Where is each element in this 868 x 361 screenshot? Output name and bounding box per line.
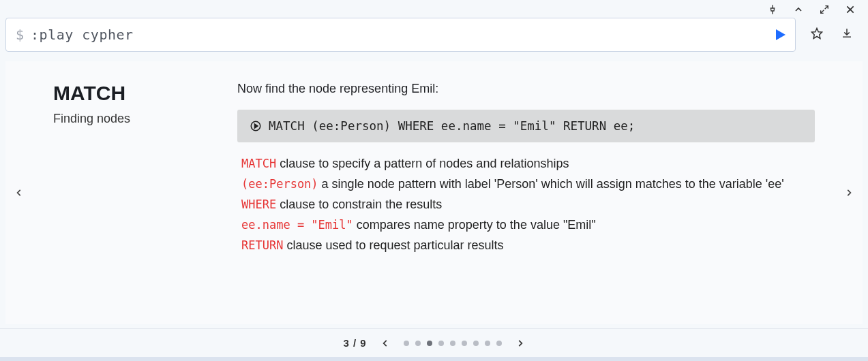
svg-marker-3	[812, 29, 822, 39]
prompt-symbol: $	[16, 27, 24, 43]
svg-marker-2	[776, 29, 785, 40]
bullet-text: clause used to request particular result…	[283, 238, 503, 252]
code-inline: MATCH	[241, 157, 276, 170]
bullet-item: (ee:Person) a single node pattern with l…	[241, 175, 815, 194]
download-icon[interactable]	[841, 27, 853, 42]
next-page-side[interactable]	[835, 61, 863, 324]
page-dot[interactable]	[485, 341, 490, 346]
code-inline: (ee:Person)	[241, 177, 318, 191]
intro-text: Now find the node representing Emil:	[237, 82, 815, 96]
command-text: :play cypher	[31, 27, 134, 43]
code-text: MATCH (ee:Person) WHERE ee.name = "Emil"…	[269, 119, 635, 133]
expand-icon[interactable]	[819, 4, 830, 15]
close-icon[interactable]	[845, 4, 856, 15]
page-dot[interactable]	[473, 341, 479, 346]
code-inline: WHERE	[241, 198, 276, 211]
prev-page-arrow[interactable]	[380, 339, 390, 348]
bullet-item: WHERE clause to constrain the results	[241, 195, 815, 215]
code-inline: ee.name = "Emil"	[241, 218, 353, 232]
svg-marker-5	[255, 124, 258, 128]
prev-page-side[interactable]	[5, 61, 33, 324]
bullet-text: a single node pattern with label 'Person…	[318, 177, 784, 191]
page-subtitle: Finding nodes	[53, 112, 224, 126]
page-dot[interactable]	[404, 341, 409, 346]
page-title: MATCH	[53, 82, 224, 105]
page-dot[interactable]	[438, 341, 444, 346]
star-icon[interactable]	[811, 27, 823, 42]
page-dot[interactable]	[462, 341, 467, 346]
bullet-item: RETURN clause used to request particular…	[241, 236, 815, 255]
run-button[interactable]	[772, 27, 788, 43]
bottom-bar	[0, 357, 868, 361]
next-page-arrow[interactable]	[515, 339, 525, 348]
bullet-item: ee.name = "Emil" compares name property …	[241, 216, 815, 235]
page-counter: 3 / 9	[343, 337, 366, 349]
page-body: MATCH Finding nodes Now find the node re…	[33, 61, 835, 324]
page-dot[interactable]	[415, 341, 421, 346]
page-dot[interactable]	[496, 341, 502, 346]
code-inline: RETURN	[241, 238, 283, 252]
chevron-up-icon[interactable]	[793, 4, 804, 15]
bullet-text: clause to constrain the results	[276, 198, 442, 211]
pin-icon[interactable]	[767, 4, 778, 15]
code-block[interactable]: MATCH (ee:Person) WHERE ee.name = "Emil"…	[237, 110, 815, 142]
bullet-text: clause to specify a pattern of nodes and…	[276, 157, 569, 170]
bullet-item: MATCH clause to specify a pattern of nod…	[241, 155, 815, 174]
page-dot[interactable]	[450, 341, 455, 346]
bullet-text: compares name property to the value "Emi…	[353, 218, 596, 232]
command-input[interactable]: $ :play cypher	[5, 18, 796, 52]
page-dot[interactable]	[427, 341, 432, 346]
play-circle-icon	[250, 120, 262, 132]
